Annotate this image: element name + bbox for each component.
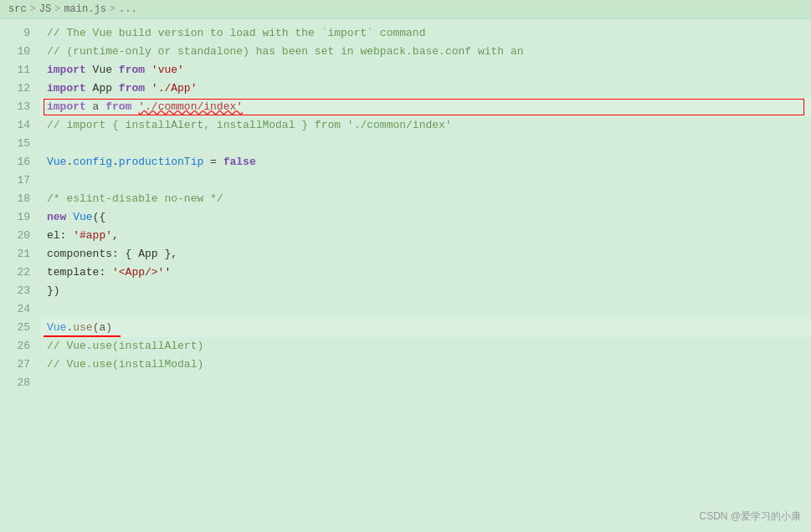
code-area: 910111213141516171819202122232425262728 …	[0, 19, 811, 532]
token: // Vue.use(installModal)	[47, 358, 203, 371]
line-number-21: 21	[7, 245, 30, 263]
token: import	[47, 64, 86, 76]
line-number-16: 16	[7, 153, 30, 171]
code-lines[interactable]: // The Vue build version to load with th…	[40, 19, 811, 532]
token: // Vue.use(installAlert)	[47, 340, 203, 352]
line-number-19: 19	[7, 208, 30, 227]
token: Vue	[86, 64, 119, 76]
line-number-10: 10	[7, 43, 30, 61]
breadcrumb-src: src	[8, 3, 27, 15]
line-number-22: 22	[7, 263, 30, 282]
line-number-15: 15	[7, 135, 30, 153]
token: config	[73, 156, 112, 168]
token: '<App/>'	[112, 266, 164, 279]
line-number-17: 17	[7, 171, 30, 190]
code-line-12: import App from './App'	[47, 79, 811, 98]
line-number-9: 9	[7, 24, 30, 43]
token: components: { App },	[47, 248, 177, 260]
line-number-27: 27	[7, 356, 30, 374]
line-number-18: 18	[7, 190, 30, 208]
token: App	[86, 82, 119, 95]
token: './App'	[151, 82, 198, 95]
code-line-9: // The Vue build version to load with th…	[47, 24, 811, 43]
token: // import { installAlert, installModal }…	[47, 119, 452, 131]
token: import	[47, 100, 86, 113]
line-number-24: 24	[7, 300, 30, 319]
code-line-28	[47, 374, 811, 392]
breadcrumb-dots: ...	[119, 3, 137, 15]
code-line-23: })	[47, 282, 811, 300]
token: .	[66, 321, 73, 334]
token: use	[73, 321, 92, 334]
code-line-27: // Vue.use(installModal)	[47, 356, 811, 374]
line-number-13: 13	[7, 98, 30, 116]
code-line-20: el: '#app',	[47, 227, 811, 245]
breadcrumb-file: main.js	[64, 3, 105, 15]
code-line-10: // (runtime-only or standalone) has been…	[47, 43, 811, 61]
token: 'vue'	[151, 64, 184, 76]
token	[145, 82, 151, 95]
code-line-25: Vue.use(a)	[47, 319, 811, 337]
token: (	[93, 321, 100, 334]
code-line-11: import Vue from 'vue'	[47, 61, 811, 79]
line-number-25: 25	[7, 319, 30, 337]
token: Vue	[47, 156, 66, 168]
token: '#app'	[73, 229, 112, 242]
code-line-21: components: { App },	[47, 245, 811, 263]
code-line-16: Vue.config.productionTip = false	[47, 153, 811, 171]
code-line-22: template: '<App/>''	[47, 263, 811, 282]
line-number-26: 26	[7, 337, 30, 356]
watermark: CSDN @爱学习的小康	[699, 509, 801, 524]
token: from	[119, 82, 145, 95]
token: Vue	[73, 211, 92, 223]
token: // The Vue build version to load with th…	[47, 27, 425, 39]
token: new	[47, 211, 66, 223]
breadcrumb-sep2: >	[54, 3, 60, 15]
token: el:	[47, 229, 73, 242]
token: })	[47, 284, 60, 297]
token: =	[203, 156, 223, 168]
token: import	[47, 82, 86, 95]
token: '	[164, 266, 171, 279]
token: ({	[93, 211, 106, 223]
token	[145, 64, 151, 76]
line-number-12: 12	[7, 79, 30, 98]
code-line-14: // import { installAlert, installModal }…	[47, 116, 811, 135]
code-line-15	[47, 135, 811, 153]
breadcrumb-js: JS	[39, 3, 51, 15]
line-number-14: 14	[7, 116, 30, 135]
line-number-28: 28	[7, 374, 30, 392]
token: Vue	[47, 321, 66, 334]
token: productionTip	[119, 156, 203, 168]
token: a	[99, 321, 105, 334]
code-line-19: new Vue({	[47, 208, 811, 227]
token: template:	[47, 266, 112, 279]
line-numbers: 910111213141516171819202122232425262728	[0, 19, 40, 532]
token: false	[223, 156, 256, 168]
code-line-13: import a from './common/index'	[47, 98, 811, 116]
breadcrumb: src > JS > main.js > ...	[0, 0, 811, 19]
line-number-23: 23	[7, 282, 30, 300]
editor-container: src > JS > main.js > ... 910111213141516…	[0, 0, 811, 532]
line-number-11: 11	[7, 61, 30, 79]
breadcrumb-sep1: >	[30, 3, 36, 15]
code-line-17	[47, 171, 811, 190]
token	[131, 100, 138, 113]
token: // (runtime-only or standalone) has been…	[47, 45, 524, 58]
token: ,	[112, 229, 119, 242]
token: )	[105, 321, 112, 334]
line-number-20: 20	[7, 227, 30, 245]
breadcrumb-sep3: >	[110, 3, 115, 15]
token: './common/index'	[138, 100, 243, 113]
token: a	[86, 100, 105, 113]
code-line-24	[47, 300, 811, 319]
token: from	[105, 100, 131, 113]
token: .	[112, 156, 119, 168]
code-line-26: // Vue.use(installAlert)	[47, 337, 811, 356]
token: /* eslint-disable no-new */	[47, 192, 223, 205]
code-line-18: /* eslint-disable no-new */	[47, 190, 811, 208]
token: from	[119, 64, 145, 76]
